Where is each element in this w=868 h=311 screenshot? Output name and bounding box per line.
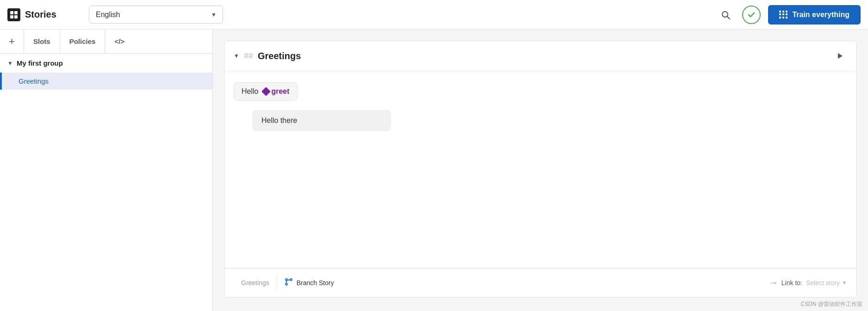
story-collapse-icon[interactable]: ▼ [234, 53, 239, 59]
add-story-button[interactable]: + [0, 30, 24, 54]
user-message-text: Hello [242, 87, 258, 96]
story-hash-symbol: ## [244, 51, 253, 61]
intent-tag[interactable]: greet [263, 87, 289, 96]
branch-story-label: Branch Story [297, 279, 334, 287]
search-button[interactable] [716, 6, 735, 24]
svg-marker-6 [838, 53, 843, 59]
svg-rect-2 [10, 15, 13, 18]
user-message-bubble: Hello greet [234, 82, 298, 101]
tab-code[interactable]: </> [105, 30, 134, 54]
grid-icon [779, 11, 787, 19]
sidebar-item-greetings[interactable]: Greetings [0, 73, 212, 90]
play-icon [836, 52, 843, 60]
footer-tab-greetings[interactable]: Greetings [234, 275, 277, 290]
story-body: Hello greet Hello there [224, 71, 856, 268]
app-logo: Stories [7, 8, 81, 21]
logo-icon [7, 8, 20, 21]
user-message-row: Hello greet [234, 82, 847, 101]
intent-diamond-icon [262, 87, 271, 96]
link-arrow-icon: → [769, 278, 778, 288]
story-play-button[interactable] [832, 49, 847, 63]
content-area: ▼ ## Greetings Hello gree [213, 30, 868, 311]
sidebar-tabs: + Slots Policies </> [0, 30, 212, 54]
branch-story-button[interactable]: Branch Story [277, 274, 341, 292]
app-title: Stories [25, 9, 56, 20]
bot-message-bubble: Hello there [252, 110, 391, 131]
svg-rect-3 [14, 15, 18, 18]
main-layout: + Slots Policies </> ▼ My first group Gr… [0, 30, 868, 311]
story-footer: Greetings Branch Story [224, 268, 856, 297]
bot-message-row: Hello there [234, 110, 847, 131]
language-select-input[interactable]: English German French Spanish [89, 6, 223, 24]
branch-icon [285, 278, 293, 288]
app-header: Stories English German French Spanish ▼ … [0, 0, 868, 30]
language-selector[interactable]: English German French Spanish ▼ [89, 6, 223, 24]
sidebar: + Slots Policies </> ▼ My first group Gr… [0, 30, 213, 311]
story-item-label: Greetings [19, 77, 49, 85]
group-title: My first group [17, 59, 63, 67]
search-icon [720, 10, 731, 20]
svg-rect-1 [14, 11, 18, 14]
train-everything-button[interactable]: Train everything [768, 5, 861, 24]
group-collapse-icon: ▼ [7, 60, 13, 67]
tab-slots[interactable]: Slots [24, 30, 60, 54]
story-card-header: ▼ ## Greetings [224, 41, 856, 71]
story-card: ▼ ## Greetings Hello gree [224, 41, 857, 298]
sidebar-content: ▼ My first group Greetings [0, 54, 212, 311]
tab-policies[interactable]: Policies [60, 30, 105, 54]
svg-rect-0 [10, 11, 13, 14]
bot-message-text: Hello there [261, 116, 297, 124]
intent-label: greet [271, 87, 289, 96]
story-group: ▼ My first group Greetings [0, 54, 212, 90]
link-to-label: Link to: [781, 279, 802, 287]
train-button-label: Train everything [792, 11, 849, 19]
select-story-label: Select story [806, 279, 840, 287]
watermark: CSDN @雷动软件工作室 [213, 298, 868, 311]
validate-button[interactable] [742, 6, 761, 24]
select-story-dropdown[interactable]: Select story ▼ [806, 279, 847, 287]
select-story-chevron-icon: ▼ [842, 280, 847, 286]
footer-link-to: → Link to: Select story ▼ [769, 278, 847, 288]
story-title: Greetings [258, 51, 828, 61]
group-header[interactable]: ▼ My first group [0, 54, 212, 73]
svg-line-5 [727, 16, 730, 19]
check-icon [747, 11, 756, 19]
